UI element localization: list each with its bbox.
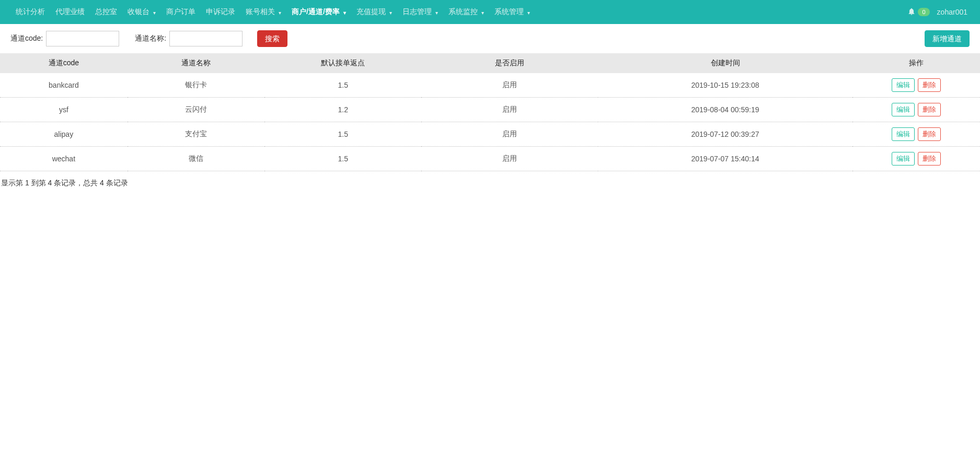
nav-item-label: 申诉记录 (206, 7, 235, 17)
channel-table: 通道code 通道名称 默认接单返点 是否启用 创建时间 操作 bankcard… (0, 53, 980, 171)
cell-ops: 编辑删除 (852, 122, 980, 147)
nav-item-label: 总控室 (95, 7, 117, 17)
th-name[interactable]: 通道名称 (128, 53, 265, 73)
nav-item-2[interactable]: 总控室 (90, 1, 122, 23)
cell-rate: 1.5 (264, 122, 421, 147)
nav-item-1[interactable]: 代理业绩 (50, 1, 90, 23)
nav-item-0[interactable]: 统计分析 (10, 1, 50, 23)
cell-created: 2019-07-07 15:40:14 (598, 147, 853, 171)
nav-item-label: 商户/通道/费率 (292, 7, 340, 17)
nav-item-label: 系统管理 (494, 7, 524, 17)
nav-item-7[interactable]: 商户/通道/费率 (286, 1, 351, 23)
edit-button[interactable]: 编辑 (892, 78, 915, 92)
chevron-down-icon (342, 8, 346, 16)
nav-item-label: 商户订单 (166, 7, 195, 17)
row-actions: 编辑删除 (892, 78, 941, 92)
table-row: wechat微信1.5启用2019-07-07 15:40:14编辑删除 (0, 147, 980, 171)
cell-name: 银行卡 (128, 73, 265, 98)
cell-name: 云闪付 (128, 98, 265, 122)
notification-badge: 0 (918, 8, 929, 16)
row-actions: 编辑删除 (892, 127, 941, 141)
cell-enabled: 启用 (421, 122, 598, 147)
delete-button[interactable]: 删除 (918, 152, 941, 166)
nav-item-11[interactable]: 系统管理 (489, 1, 535, 23)
search-bar: 通道code: 通道名称: 搜索 新增通道 (0, 24, 980, 53)
search-group-name: 通道名称: (135, 31, 243, 46)
nav-item-label: 账号相关 (246, 7, 275, 17)
table-header: 通道code 通道名称 默认接单返点 是否启用 创建时间 操作 (0, 53, 980, 73)
add-channel-button[interactable]: 新增通道 (925, 30, 970, 47)
delete-button[interactable]: 删除 (918, 78, 941, 92)
chevron-down-icon (277, 8, 281, 16)
chevron-down-icon (480, 8, 484, 16)
table-row: ysf云闪付1.2启用2019-08-04 00:59:19编辑删除 (0, 98, 980, 122)
nav-item-5[interactable]: 申诉记录 (201, 1, 240, 23)
delete-button[interactable]: 删除 (918, 127, 941, 141)
cell-created: 2019-08-04 00:59:19 (598, 98, 853, 122)
th-rate[interactable]: 默认接单返点 (264, 53, 421, 73)
notification-area[interactable]: 0 (907, 7, 929, 17)
nav-item-label: 充值提现 (356, 7, 386, 17)
th-code[interactable]: 通道code (0, 53, 128, 73)
cell-code: bankcard (0, 73, 128, 98)
nav-item-label: 代理业绩 (55, 7, 85, 17)
nav-item-label: 系统监控 (448, 7, 478, 17)
th-created[interactable]: 创建时间 (598, 53, 853, 73)
delete-button[interactable]: 删除 (918, 103, 941, 116)
cell-created: 2019-07-12 00:39:27 (598, 122, 853, 147)
cell-enabled: 启用 (421, 147, 598, 171)
row-actions: 编辑删除 (892, 103, 941, 116)
chevron-down-icon (434, 8, 438, 16)
th-enabled[interactable]: 是否启用 (421, 53, 598, 73)
nav-left: 统计分析代理业绩总控室收银台商户订单申诉记录账号相关商户/通道/费率充值提现日志… (10, 1, 535, 23)
chevron-down-icon (152, 8, 156, 16)
cell-name: 微信 (128, 147, 265, 171)
cell-ops: 编辑删除 (852, 147, 980, 171)
edit-button[interactable]: 编辑 (892, 152, 915, 166)
nav-item-8[interactable]: 充值提现 (351, 1, 397, 23)
cell-code: ysf (0, 98, 128, 122)
chevron-down-icon (526, 8, 530, 16)
nav-item-label: 收银台 (128, 7, 149, 17)
cell-code: wechat (0, 147, 128, 171)
table-info: 显示第 1 到第 4 条记录，总共 4 条记录 (0, 171, 980, 195)
nav-item-label: 统计分析 (16, 7, 45, 17)
nav-item-label: 日志管理 (402, 7, 432, 17)
table-row: alipay支付宝1.5启用2019-07-12 00:39:27编辑删除 (0, 122, 980, 147)
cell-rate: 1.5 (264, 73, 421, 98)
name-label: 通道名称: (135, 34, 166, 43)
search-group-code: 通道code: (10, 31, 119, 46)
cell-ops: 编辑删除 (852, 98, 980, 122)
th-ops: 操作 (852, 53, 980, 73)
row-actions: 编辑删除 (892, 152, 941, 166)
cell-name: 支付宝 (128, 122, 265, 147)
nav-item-9[interactable]: 日志管理 (397, 1, 443, 23)
user-menu[interactable]: zohar001 (937, 8, 970, 16)
username-label: zohar001 (937, 8, 967, 16)
code-label: 通道code: (10, 34, 43, 43)
nav-item-3[interactable]: 收银台 (122, 1, 161, 23)
bell-icon (907, 7, 916, 17)
cell-code: alipay (0, 122, 128, 147)
channel-code-input[interactable] (46, 31, 119, 46)
search-button[interactable]: 搜索 (257, 30, 287, 47)
cell-enabled: 启用 (421, 98, 598, 122)
nav-item-4[interactable]: 商户订单 (161, 1, 201, 23)
table-body: bankcard银行卡1.5启用2019-10-15 19:23:08编辑删除y… (0, 73, 980, 171)
chevron-down-icon (388, 8, 392, 16)
edit-button[interactable]: 编辑 (892, 103, 915, 116)
nav-item-10[interactable]: 系统监控 (443, 1, 489, 23)
cell-rate: 1.2 (264, 98, 421, 122)
nav-right: 0 zohar001 (907, 7, 970, 17)
cell-rate: 1.5 (264, 147, 421, 171)
cell-enabled: 启用 (421, 73, 598, 98)
edit-button[interactable]: 编辑 (892, 127, 915, 141)
table-row: bankcard银行卡1.5启用2019-10-15 19:23:08编辑删除 (0, 73, 980, 98)
cell-created: 2019-10-15 19:23:08 (598, 73, 853, 98)
channel-name-input[interactable] (169, 31, 243, 46)
nav-item-6[interactable]: 账号相关 (240, 1, 286, 23)
top-navbar: 统计分析代理业绩总控室收银台商户订单申诉记录账号相关商户/通道/费率充值提现日志… (0, 0, 980, 24)
cell-ops: 编辑删除 (852, 73, 980, 98)
